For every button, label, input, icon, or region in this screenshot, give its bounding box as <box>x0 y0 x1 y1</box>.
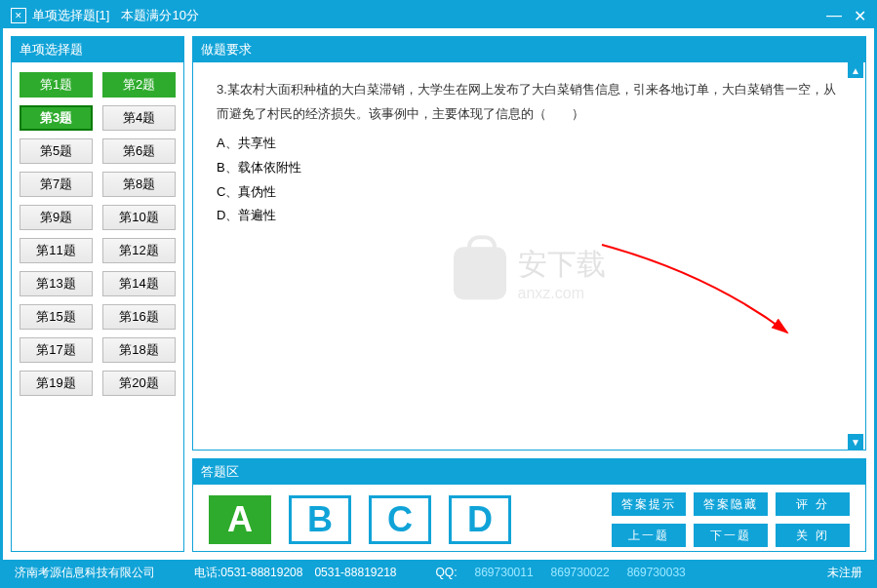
qq-3: 869730033 <box>627 566 686 579</box>
qq-label: QQ: <box>436 566 458 579</box>
answer-choice-c[interactable]: C <box>369 495 431 544</box>
close-button[interactable]: ✕ <box>854 7 866 25</box>
question-button-19[interactable]: 第19题 <box>20 371 93 396</box>
answer-panel: 答题区 ABCD 答案提示 答案隐藏 评 分 上一题 下一题 关 闭 <box>192 458 866 552</box>
minimize-button[interactable]: — <box>826 7 842 25</box>
sidebar-header: 单项选择题 <box>12 37 183 62</box>
close-panel-button[interactable]: 关 闭 <box>776 524 850 547</box>
score-button[interactable]: 评 分 <box>776 492 850 516</box>
hide-answer-button[interactable]: 答案隐藏 <box>694 492 768 516</box>
lock-icon <box>454 247 506 299</box>
question-button-13[interactable]: 第13题 <box>20 271 93 296</box>
question-text: 3.某农村大面积种植的大白菜滞销，大学生在网上发布了大白菜销售信息，引来各地订单… <box>217 78 842 126</box>
option-c: C、真伪性 <box>217 180 842 205</box>
scroll-up-button[interactable]: ▲ <box>848 62 863 78</box>
scroll-down-button[interactable]: ▼ <box>848 434 863 450</box>
question-button-3[interactable]: 第3题 <box>20 105 93 131</box>
qq-2: 869730022 <box>551 566 610 579</box>
app-icon: ✕ <box>11 8 26 23</box>
question-button-20[interactable]: 第20题 <box>102 371 176 396</box>
question-header: 做题要求 <box>193 37 865 62</box>
question-button-16[interactable]: 第16题 <box>102 304 176 330</box>
question-button-1[interactable]: 第1题 <box>20 72 93 98</box>
question-button-7[interactable]: 第7题 <box>20 172 93 197</box>
next-button[interactable]: 下一题 <box>694 524 768 547</box>
register-status: 未注册 <box>827 565 862 581</box>
question-button-8[interactable]: 第8题 <box>102 172 176 197</box>
question-button-9[interactable]: 第9题 <box>20 205 93 230</box>
option-d: D、普遍性 <box>217 204 842 228</box>
question-button-11[interactable]: 第11题 <box>20 238 93 263</box>
score-label: 本题满分10分 <box>121 7 826 24</box>
question-sidebar: 单项选择题 第1题第2题第3题第4题第5题第6题第7题第8题第9题第10题第11… <box>11 36 184 552</box>
question-button-2[interactable]: 第2题 <box>102 72 176 98</box>
option-a: A、共享性 <box>217 132 842 156</box>
statusbar: 济南考源信息科技有限公司 电话:0531-88819208 0531-88819… <box>3 560 874 585</box>
question-button-15[interactable]: 第15题 <box>20 304 93 330</box>
option-b: B、载体依附性 <box>217 156 842 180</box>
window-title: 单项选择题[1] <box>32 7 121 24</box>
question-panel: 做题要求 ▲ 3.某农村大面积种植的大白菜滞销，大学生在网上发布了大白菜销售信息… <box>192 36 866 451</box>
company-label: 济南考源信息科技有限公司 <box>15 565 155 581</box>
titlebar: ✕ 单项选择题[1] 本题满分10分 — ✕ <box>3 3 874 28</box>
watermark: 安下载 anxz.com <box>454 245 606 302</box>
answer-choice-d[interactable]: D <box>449 495 511 544</box>
question-button-6[interactable]: 第6题 <box>102 138 176 164</box>
question-button-5[interactable]: 第5题 <box>20 138 93 164</box>
qq-1: 869730011 <box>475 566 534 579</box>
question-button-12[interactable]: 第12题 <box>102 238 176 263</box>
question-button-14[interactable]: 第14题 <box>102 271 176 296</box>
phone-label: 电话:0531-88819208 0531-88819218 <box>194 565 397 581</box>
hint-button[interactable]: 答案提示 <box>612 492 686 516</box>
question-button-10[interactable]: 第10题 <box>102 205 176 230</box>
answer-choice-b[interactable]: B <box>289 495 351 544</box>
answer-header: 答题区 <box>193 459 865 485</box>
question-button-17[interactable]: 第17题 <box>20 337 93 363</box>
question-button-4[interactable]: 第4题 <box>102 105 176 131</box>
prev-button[interactable]: 上一题 <box>612 524 686 547</box>
question-button-18[interactable]: 第18题 <box>102 337 176 363</box>
answer-choice-a[interactable]: A <box>209 495 271 544</box>
